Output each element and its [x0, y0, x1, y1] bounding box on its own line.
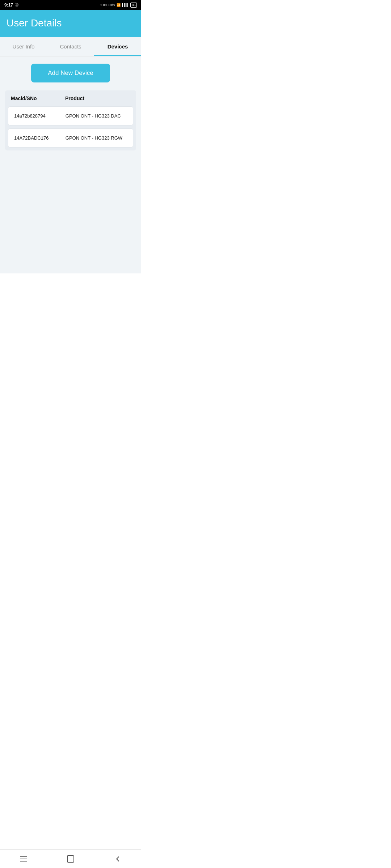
device-product-1: GPON ONT - HG323 DAC	[66, 113, 127, 119]
status-bar: 9:17 Ⓑ 2.00 KB/S 📶 ▌▌▌ 35	[0, 0, 141, 10]
table-row[interactable]: 14A72BADC176 GPON ONT - HG323 RGW	[8, 128, 133, 148]
device-macid-2: 14A72BADC176	[14, 135, 66, 141]
header: User Details	[0, 10, 141, 37]
tab-devices[interactable]: Devices	[94, 37, 141, 56]
wifi-icon: 📶	[117, 3, 121, 7]
tab-user-info[interactable]: User Info	[0, 37, 47, 56]
device-product-2: GPON ONT - HG323 RGW	[66, 135, 127, 141]
network-speed: 2.00 KB/S	[100, 3, 115, 7]
content-area: Add New Device Macid/SNo Product 14a72b8…	[0, 56, 141, 273]
column-header-product: Product	[65, 95, 130, 101]
battery-indicator: 35	[130, 3, 137, 8]
tab-contacts[interactable]: Contacts	[47, 37, 94, 56]
device-macid-1: 14a72b828794	[14, 113, 66, 119]
status-time: 9:17	[4, 3, 13, 8]
add-new-device-button[interactable]: Add New Device	[31, 64, 110, 82]
table-header: Macid/SNo Product	[5, 90, 136, 106]
column-header-macid: Macid/SNo	[11, 95, 65, 101]
page-title: User Details	[7, 17, 135, 29]
tabs-container: User Info Contacts Devices	[0, 37, 141, 56]
signal-icon: ▌▌▌	[122, 3, 129, 7]
device-table: Macid/SNo Product 14a72b828794 GPON ONT …	[5, 90, 136, 150]
b-icon: Ⓑ	[15, 3, 18, 8]
status-bar-left: 9:17 Ⓑ	[4, 3, 18, 8]
status-bar-right: 2.00 KB/S 📶 ▌▌▌ 35	[100, 3, 137, 8]
table-row[interactable]: 14a72b828794 GPON ONT - HG323 DAC	[8, 106, 133, 125]
